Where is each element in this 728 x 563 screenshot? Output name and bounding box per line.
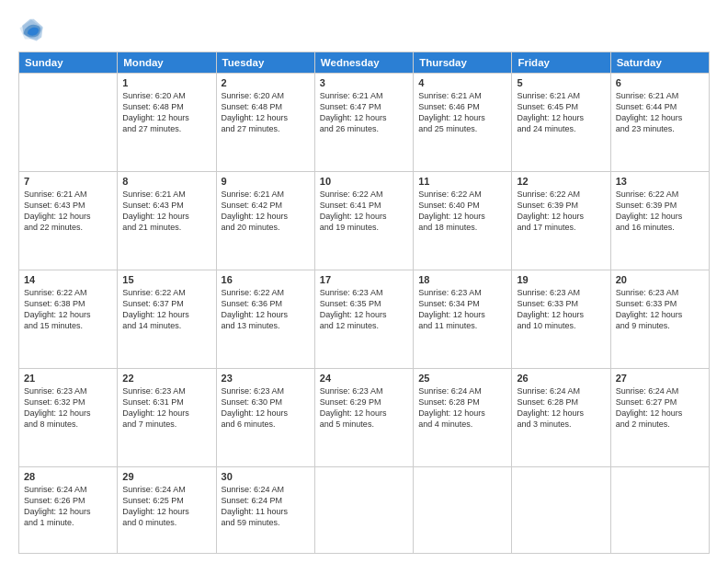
day-cell: 14Sunrise: 6:22 AM Sunset: 6:38 PM Dayli… [19, 270, 118, 369]
day-number: 2 [222, 77, 310, 88]
header-row: Sunday Monday Tuesday Wednesday Thursday… [19, 52, 710, 74]
day-cell: 18Sunrise: 6:23 AM Sunset: 6:34 PM Dayli… [414, 270, 512, 369]
day-number: 19 [517, 274, 605, 285]
week-row-4: 21Sunrise: 6:23 AM Sunset: 6:32 PM Dayli… [19, 369, 710, 467]
week-row-1: 1Sunrise: 6:20 AM Sunset: 6:48 PM Daylig… [19, 74, 710, 172]
day-info: Sunrise: 6:21 AM Sunset: 6:43 PM Dayligh… [24, 189, 112, 234]
day-number: 7 [24, 176, 112, 187]
logo-icon [18, 17, 44, 42]
calendar-header: Sunday Monday Tuesday Wednesday Thursday… [19, 52, 710, 74]
day-info: Sunrise: 6:21 AM Sunset: 6:44 PM Dayligh… [616, 90, 704, 135]
day-info: Sunrise: 6:24 AM Sunset: 6:28 PM Dayligh… [517, 385, 605, 431]
day-number: 27 [616, 373, 704, 384]
day-number: 18 [418, 274, 506, 285]
day-number: 20 [616, 274, 704, 285]
day-cell: 21Sunrise: 6:23 AM Sunset: 6:32 PM Dayli… [19, 369, 118, 467]
header [18, 17, 710, 42]
day-info: Sunrise: 6:23 AM Sunset: 6:30 PM Dayligh… [222, 385, 310, 431]
day-cell: 13Sunrise: 6:22 AM Sunset: 6:39 PM Dayli… [610, 172, 709, 270]
day-number: 13 [616, 176, 704, 187]
day-cell: 8Sunrise: 6:21 AM Sunset: 6:43 PM Daylig… [118, 172, 216, 270]
calendar-body: 1Sunrise: 6:20 AM Sunset: 6:48 PM Daylig… [19, 74, 710, 554]
day-info: Sunrise: 6:22 AM Sunset: 6:40 PM Dayligh… [418, 189, 506, 234]
day-number: 10 [320, 176, 408, 187]
day-number: 8 [122, 176, 210, 187]
day-number: 25 [418, 373, 506, 384]
week-row-5: 28Sunrise: 6:24 AM Sunset: 6:26 PM Dayli… [19, 467, 710, 554]
day-cell: 27Sunrise: 6:24 AM Sunset: 6:27 PM Dayli… [610, 369, 709, 467]
day-number: 15 [122, 274, 210, 285]
week-row-3: 14Sunrise: 6:22 AM Sunset: 6:38 PM Dayli… [19, 270, 710, 369]
day-number: 11 [418, 176, 506, 187]
day-number: 23 [222, 373, 310, 384]
day-number: 6 [616, 77, 704, 88]
day-info: Sunrise: 6:22 AM Sunset: 6:39 PM Dayligh… [517, 189, 605, 234]
day-number: 3 [320, 77, 408, 88]
day-cell: 10Sunrise: 6:22 AM Sunset: 6:41 PM Dayli… [314, 172, 413, 270]
col-tuesday: Tuesday [216, 52, 314, 74]
day-cell: 23Sunrise: 6:23 AM Sunset: 6:30 PM Dayli… [216, 369, 314, 467]
day-cell [512, 467, 610, 554]
day-cell: 29Sunrise: 6:24 AM Sunset: 6:25 PM Dayli… [118, 467, 216, 554]
day-cell [414, 467, 512, 554]
day-number: 4 [418, 77, 506, 88]
day-cell: 20Sunrise: 6:23 AM Sunset: 6:33 PM Dayli… [610, 270, 709, 369]
day-info: Sunrise: 6:22 AM Sunset: 6:39 PM Dayligh… [616, 189, 704, 234]
col-friday: Friday [512, 52, 610, 74]
day-number: 29 [122, 471, 210, 482]
calendar-table: Sunday Monday Tuesday Wednesday Thursday… [18, 52, 710, 554]
day-cell [610, 467, 709, 554]
day-info: Sunrise: 6:24 AM Sunset: 6:27 PM Dayligh… [616, 385, 704, 431]
day-number: 12 [517, 176, 605, 187]
day-number: 24 [320, 373, 408, 384]
day-info: Sunrise: 6:22 AM Sunset: 6:41 PM Dayligh… [320, 189, 408, 234]
day-cell: 3Sunrise: 6:21 AM Sunset: 6:47 PM Daylig… [314, 74, 413, 172]
week-row-2: 7Sunrise: 6:21 AM Sunset: 6:43 PM Daylig… [19, 172, 710, 270]
day-cell: 15Sunrise: 6:22 AM Sunset: 6:37 PM Dayli… [118, 270, 216, 369]
day-info: Sunrise: 6:22 AM Sunset: 6:37 PM Dayligh… [122, 287, 210, 332]
day-cell: 11Sunrise: 6:22 AM Sunset: 6:40 PM Dayli… [414, 172, 512, 270]
day-number: 9 [222, 176, 310, 187]
day-info: Sunrise: 6:24 AM Sunset: 6:24 PM Dayligh… [222, 484, 310, 529]
day-info: Sunrise: 6:24 AM Sunset: 6:25 PM Dayligh… [122, 484, 210, 529]
day-info: Sunrise: 6:20 AM Sunset: 6:48 PM Dayligh… [222, 90, 310, 135]
day-cell: 2Sunrise: 6:20 AM Sunset: 6:48 PM Daylig… [216, 74, 314, 172]
day-info: Sunrise: 6:23 AM Sunset: 6:35 PM Dayligh… [320, 287, 408, 332]
day-info: Sunrise: 6:24 AM Sunset: 6:28 PM Dayligh… [418, 385, 506, 431]
day-number: 1 [122, 77, 210, 88]
day-number: 30 [222, 471, 310, 482]
day-info: Sunrise: 6:21 AM Sunset: 6:42 PM Dayligh… [222, 189, 310, 234]
day-cell [19, 74, 118, 172]
day-cell: 4Sunrise: 6:21 AM Sunset: 6:46 PM Daylig… [414, 74, 512, 172]
day-number: 5 [517, 77, 605, 88]
day-cell [314, 467, 413, 554]
day-cell: 6Sunrise: 6:21 AM Sunset: 6:44 PM Daylig… [610, 74, 709, 172]
col-monday: Monday [118, 52, 216, 74]
day-info: Sunrise: 6:21 AM Sunset: 6:43 PM Dayligh… [122, 189, 210, 234]
day-cell: 12Sunrise: 6:22 AM Sunset: 6:39 PM Dayli… [512, 172, 610, 270]
logo [18, 17, 50, 42]
day-info: Sunrise: 6:23 AM Sunset: 6:33 PM Dayligh… [616, 287, 704, 332]
day-info: Sunrise: 6:23 AM Sunset: 6:31 PM Dayligh… [122, 385, 210, 431]
day-info: Sunrise: 6:23 AM Sunset: 6:33 PM Dayligh… [517, 287, 605, 332]
day-number: 28 [24, 471, 112, 482]
day-info: Sunrise: 6:22 AM Sunset: 6:38 PM Dayligh… [24, 287, 112, 332]
day-cell: 16Sunrise: 6:22 AM Sunset: 6:36 PM Dayli… [216, 270, 314, 369]
day-cell: 19Sunrise: 6:23 AM Sunset: 6:33 PM Dayli… [512, 270, 610, 369]
day-info: Sunrise: 6:21 AM Sunset: 6:47 PM Dayligh… [320, 90, 408, 135]
day-info: Sunrise: 6:20 AM Sunset: 6:48 PM Dayligh… [122, 90, 210, 135]
day-info: Sunrise: 6:21 AM Sunset: 6:46 PM Dayligh… [418, 90, 506, 135]
day-info: Sunrise: 6:23 AM Sunset: 6:34 PM Dayligh… [418, 287, 506, 332]
day-info: Sunrise: 6:23 AM Sunset: 6:32 PM Dayligh… [24, 385, 112, 431]
day-cell: 7Sunrise: 6:21 AM Sunset: 6:43 PM Daylig… [19, 172, 118, 270]
day-info: Sunrise: 6:24 AM Sunset: 6:26 PM Dayligh… [24, 484, 112, 529]
day-info: Sunrise: 6:22 AM Sunset: 6:36 PM Dayligh… [222, 287, 310, 332]
day-info: Sunrise: 6:21 AM Sunset: 6:45 PM Dayligh… [517, 90, 605, 135]
day-cell: 22Sunrise: 6:23 AM Sunset: 6:31 PM Dayli… [118, 369, 216, 467]
col-sunday: Sunday [19, 52, 118, 74]
day-number: 26 [517, 373, 605, 384]
day-number: 16 [222, 274, 310, 285]
day-number: 14 [24, 274, 112, 285]
day-cell: 28Sunrise: 6:24 AM Sunset: 6:26 PM Dayli… [19, 467, 118, 554]
day-cell: 30Sunrise: 6:24 AM Sunset: 6:24 PM Dayli… [216, 467, 314, 554]
